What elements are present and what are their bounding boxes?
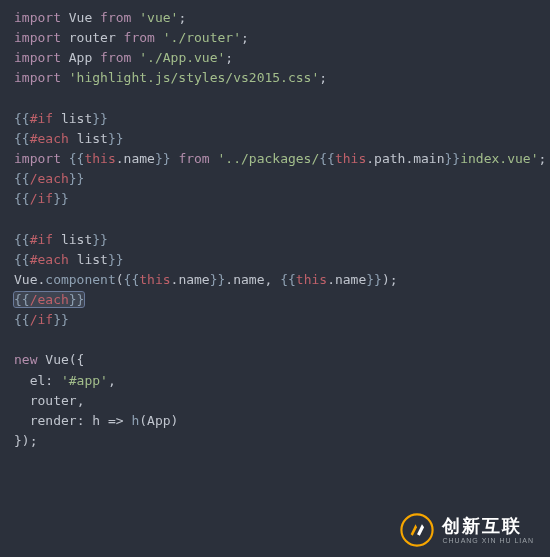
this-keyword: this [84, 151, 115, 166]
code-line: {{/if}} [14, 312, 69, 327]
handlebars-open: {{ [14, 252, 30, 267]
handlebars-open: {{ [14, 232, 30, 247]
code-line: el: '#app', [14, 373, 116, 388]
this-keyword: this [139, 272, 170, 287]
code-editor[interactable]: import Vue from 'vue'; import router fro… [0, 0, 550, 459]
handlebars-close: }} [155, 151, 171, 166]
semicolon: ; [538, 151, 546, 166]
semicolon: ; [241, 30, 249, 45]
code-line: render: h => h(App) [14, 413, 178, 428]
code-line: import 'highlight.js/styles/vs2015.css'; [14, 70, 327, 85]
identifier: list [61, 111, 92, 126]
code-line: {{/each}} [14, 171, 84, 186]
code-line: router, [14, 393, 84, 408]
method: component [45, 272, 115, 287]
handlebars-close: }} [108, 131, 124, 146]
property-key: el [30, 373, 46, 388]
keyword-new: new [14, 352, 37, 367]
identifier: list [77, 131, 108, 146]
watermark-text-zh: 创新互联 [442, 517, 534, 535]
identifier: Vue [45, 352, 68, 367]
identifier: App [69, 50, 92, 65]
handlebars-tag: #if [30, 111, 53, 126]
handlebars-tag: /if [30, 191, 53, 206]
handlebars-close: }} [53, 312, 69, 327]
watermark-text-en: CHUANG XIN HU LIAN [442, 537, 534, 544]
handlebars-open: {{ [14, 111, 30, 126]
handlebars-close: }} [366, 272, 382, 287]
code-line: import App from './App.vue'; [14, 50, 233, 65]
code-line: import router from './router'; [14, 30, 249, 45]
keyword-import: import [14, 30, 61, 45]
property-key: router [30, 393, 77, 408]
identifier: router [69, 30, 116, 45]
handlebars-open: {{ [14, 191, 30, 206]
handlebars-tag: #each [30, 131, 69, 146]
handlebars-open: {{ [69, 151, 85, 166]
property: .path.main [366, 151, 444, 166]
handlebars-close: }} [69, 171, 85, 186]
code-line: Vue.component({{this.name}}.name, {{this… [14, 272, 398, 287]
handlebars-close: }} [92, 232, 108, 247]
code-line: import {{this.name}} from '../packages/{… [14, 151, 546, 166]
semicolon: ; [390, 272, 398, 287]
keyword-from: from [100, 50, 131, 65]
handlebars-open: {{ [14, 312, 30, 327]
code-line: {{#each list}} [14, 131, 124, 146]
keyword-from: from [178, 151, 209, 166]
handlebars-open: {{ [14, 171, 30, 186]
property: .name [116, 151, 155, 166]
string: './router' [163, 30, 241, 45]
keyword-from: from [124, 30, 155, 45]
code-line-selected: {{/each}} [14, 292, 84, 307]
string: '#app' [61, 373, 108, 388]
handlebars-tag: /each [30, 292, 69, 307]
code-line: {{#if list}} [14, 111, 108, 126]
string: './App.vue' [139, 50, 225, 65]
handlebars-open: {{ [14, 131, 30, 146]
handlebars-tag: #each [30, 252, 69, 267]
svg-point-0 [402, 514, 433, 545]
semicolon: ; [319, 70, 327, 85]
keyword-import: import [14, 10, 61, 25]
handlebars-close: }} [108, 252, 124, 267]
handlebars-open: {{ [14, 292, 30, 307]
handlebars-open: {{ [124, 272, 140, 287]
blank-line [14, 332, 22, 347]
identifier: list [77, 252, 108, 267]
handlebars-close: }} [210, 272, 226, 287]
code-line: {{#if list}} [14, 232, 108, 247]
watermark: 创新互联 CHUANG XIN HU LIAN [400, 513, 534, 547]
watermark-logo-icon [400, 513, 434, 547]
code-line: new Vue({ [14, 352, 84, 367]
code-line: }); [14, 433, 37, 448]
identifier: list [61, 232, 92, 247]
code-line: {{#each list}} [14, 252, 124, 267]
handlebars-open: {{ [319, 151, 335, 166]
keyword-import: import [14, 70, 61, 85]
identifier: Vue [69, 10, 92, 25]
code-line: {{/if}} [14, 191, 69, 206]
string: 'vue' [139, 10, 178, 25]
string: '../packages/ [218, 151, 320, 166]
handlebars-close: }} [92, 111, 108, 126]
blank-line [14, 91, 22, 106]
code-line: import Vue from 'vue'; [14, 10, 186, 25]
handlebars-close: }} [69, 292, 85, 307]
identifier: Vue [14, 272, 37, 287]
semicolon: ; [225, 50, 233, 65]
semicolon: ; [178, 10, 186, 25]
string: index.vue' [460, 151, 538, 166]
keyword-from: from [100, 10, 131, 25]
handlebars-open: {{ [280, 272, 296, 287]
string: 'highlight.js/styles/vs2015.css' [69, 70, 319, 85]
handlebars-tag: /if [30, 312, 53, 327]
this-keyword: this [335, 151, 366, 166]
handlebars-tag: /each [30, 171, 69, 186]
property-key: render [30, 413, 77, 428]
keyword-import: import [14, 151, 61, 166]
handlebars-close: }} [445, 151, 461, 166]
keyword-import: import [14, 50, 61, 65]
blank-line [14, 211, 22, 226]
this-keyword: this [296, 272, 327, 287]
